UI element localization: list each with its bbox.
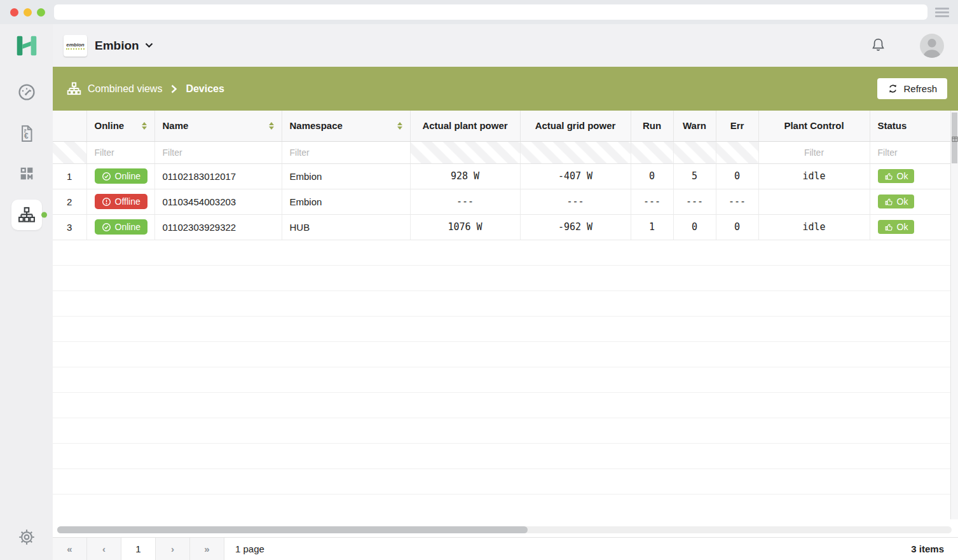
sidebar-item-devices[interactable] xyxy=(11,200,42,230)
check-circle-icon xyxy=(102,172,111,181)
sidebar-item-dashboard[interactable] xyxy=(15,81,38,104)
device-name: 01103454003203 xyxy=(154,189,282,214)
filter-cell-online xyxy=(86,141,154,163)
columns-icon xyxy=(952,136,958,142)
sidebar-item-modules[interactable] xyxy=(15,162,38,185)
page-title: Embion xyxy=(95,39,139,53)
gear-icon xyxy=(17,528,36,547)
table-row[interactable]: 2 Offline 01103454003203 Embion --- --- … xyxy=(53,189,950,214)
status-badge: Ok xyxy=(878,195,915,208)
horizontal-scrollbar-thumb[interactable] xyxy=(57,526,528,533)
avatar[interactable] xyxy=(920,34,944,58)
column-header-name[interactable]: Name xyxy=(154,111,282,141)
page-count-label: 1 page xyxy=(224,538,275,560)
column-header-status: Status xyxy=(870,111,950,141)
sort-icon xyxy=(397,122,402,130)
status-badge-label: Ok xyxy=(897,196,908,207)
plant-control-value xyxy=(758,189,870,214)
online-cell: Online xyxy=(86,214,154,240)
sidebar: € xyxy=(0,24,53,560)
first-page-button[interactable]: « xyxy=(53,538,87,560)
status-filter-input[interactable] xyxy=(878,147,943,158)
device-namespace: Embion xyxy=(282,189,410,214)
org-logo[interactable]: embion xyxy=(64,35,87,57)
column-header-err: Err xyxy=(716,111,758,141)
app-window: € xyxy=(0,0,958,560)
close-button[interactable] xyxy=(10,8,18,17)
plant-control-filter-input[interactable] xyxy=(767,147,862,158)
online-badge: Online xyxy=(95,168,147,184)
sidebar-item-billing[interactable]: € xyxy=(15,122,38,145)
sidebar-item-settings[interactable] xyxy=(15,526,38,549)
sort-icon xyxy=(269,122,274,130)
err-count: 0 xyxy=(716,214,758,240)
zoom-button[interactable] xyxy=(37,8,45,17)
status-badge: Ok xyxy=(878,220,915,234)
online-badge-label: Online xyxy=(115,222,140,232)
column-header-run: Run xyxy=(631,111,673,141)
chevron-down-icon xyxy=(145,43,153,48)
url-bar[interactable] xyxy=(54,4,927,20)
warn-count: 5 xyxy=(673,163,716,189)
online-cell: Online xyxy=(86,163,154,189)
column-header-online[interactable]: Online xyxy=(86,111,154,141)
devices-table-region: Online Name Namespace Actual plant power… xyxy=(53,111,958,519)
next-page-button[interactable]: › xyxy=(156,538,190,560)
run-count: 1 xyxy=(631,214,673,240)
pagination-bar: « ‹ 1 › » 1 page 3 items xyxy=(53,537,958,560)
namespace-filter-input[interactable] xyxy=(290,147,402,158)
warn-count: --- xyxy=(673,189,716,214)
status-badge-label: Ok xyxy=(897,222,908,232)
run-count: --- xyxy=(631,189,673,214)
online-filter-input[interactable] xyxy=(95,147,147,158)
hamburger-icon[interactable] xyxy=(935,8,949,17)
refresh-icon xyxy=(887,83,898,94)
status-cell: Ok xyxy=(870,189,950,214)
h-logo-icon xyxy=(13,32,40,59)
gauge-icon xyxy=(17,82,37,102)
org-logo-text: embion xyxy=(66,42,84,50)
filter-cell-status xyxy=(870,141,950,163)
breadcrumb-section[interactable]: Combined views xyxy=(88,83,162,95)
refresh-button[interactable]: Refresh xyxy=(877,78,947,99)
column-header-plant-power: Actual plant power xyxy=(410,111,520,141)
brand-logo[interactable] xyxy=(0,24,53,67)
column-panel-button[interactable] xyxy=(951,135,958,144)
breadcrumb-bar: Combined views Devices Refresh xyxy=(53,67,958,111)
table-row[interactable]: 3 Online 01102303929322 HUB 1076 W -962 … xyxy=(53,214,950,240)
grid-power-value: -962 W xyxy=(520,214,631,240)
breadcrumb-separator-icon xyxy=(170,84,177,94)
alert-circle-icon xyxy=(102,197,111,207)
prev-page-button[interactable]: ‹ xyxy=(87,538,121,560)
current-page: 1 xyxy=(121,538,156,560)
online-cell: Offline xyxy=(86,189,154,214)
vertical-scrollbar xyxy=(950,111,958,519)
grid-power-value: -407 W xyxy=(520,163,631,189)
status-cell: Ok xyxy=(870,214,950,240)
warn-count: 0 xyxy=(673,214,716,240)
filter-cell-disabled xyxy=(410,141,520,163)
device-name: 01102183012017 xyxy=(154,163,282,189)
column-header-namespace[interactable]: Namespace xyxy=(282,111,410,141)
filter-cell-namespace xyxy=(282,141,410,163)
plant-power-value: 1076 W xyxy=(410,214,520,240)
sitemap-icon xyxy=(67,81,81,96)
horizontal-scrollbar xyxy=(57,526,952,533)
plant-control-value: idle xyxy=(758,163,870,189)
table-row[interactable]: 1 Online 01102183012017 Embion 928 W -40… xyxy=(53,163,950,189)
invoice-euro-icon: € xyxy=(17,124,36,143)
breadcrumb-page: Devices xyxy=(186,83,224,95)
name-filter-input[interactable] xyxy=(163,147,274,158)
filter-cell-disabled xyxy=(716,141,758,163)
org-switcher[interactable]: Embion xyxy=(95,39,153,53)
online-badge: Offline xyxy=(95,194,147,209)
notifications-button[interactable] xyxy=(870,37,887,54)
last-page-button[interactable]: » xyxy=(190,538,224,560)
plant-power-value: 928 W xyxy=(410,163,520,189)
minimize-button[interactable] xyxy=(24,8,32,17)
filter-cell-disabled xyxy=(673,141,716,163)
row-index: 3 xyxy=(53,214,86,240)
devices-table: Online Name Namespace Actual plant power… xyxy=(53,111,950,240)
online-badge-label: Offline xyxy=(115,196,140,207)
device-namespace: HUB xyxy=(282,214,410,240)
